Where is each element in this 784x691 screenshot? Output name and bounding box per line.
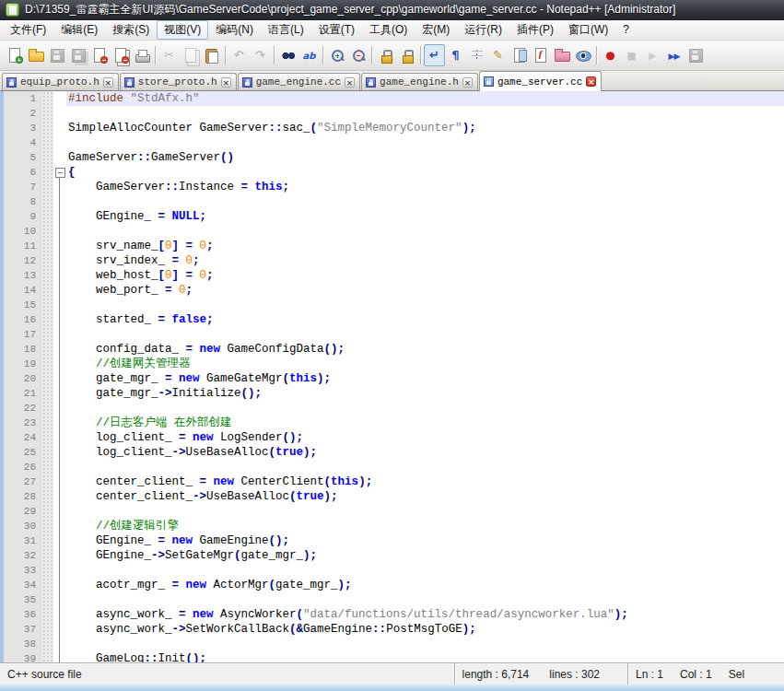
menu-item-edit[interactable]: 编辑(E) xyxy=(53,20,105,40)
code-line[interactable]: 29 xyxy=(4,504,784,519)
doc-switcher-button[interactable] xyxy=(551,44,572,66)
user-defined-language-button[interactable] xyxy=(487,44,509,66)
code-line[interactable]: 31 GEngine_ = new GameEngine(); xyxy=(4,533,784,548)
code-line[interactable]: 28 center_client_->UseBaseAlloc(true); xyxy=(4,489,784,504)
menu-item-tools[interactable]: 工具(O) xyxy=(362,20,415,40)
code-line[interactable]: 8 xyxy=(4,194,784,209)
menu-item-plugins[interactable]: 插件(P) xyxy=(509,20,561,40)
code-line[interactable]: 39 GameLog::Init(); xyxy=(4,651,784,662)
fold-margin xyxy=(53,194,66,209)
sync-vertical-button[interactable] xyxy=(375,44,396,66)
fold-collapse-marker[interactable] xyxy=(53,165,66,180)
replace-button[interactable] xyxy=(298,44,320,66)
menu-item-run[interactable]: 运行(R) xyxy=(457,20,509,40)
code-line[interactable]: 25 log_client_->UseBaseAlloc(true); xyxy=(4,445,784,460)
find-button[interactable] xyxy=(277,44,298,66)
code-line[interactable]: 7 GameServer::Instance = this; xyxy=(4,180,784,194)
tab-game_engine-h[interactable]: game_engine.h xyxy=(361,73,478,90)
word-wrap-button[interactable] xyxy=(424,44,445,66)
code-line[interactable]: 9 GEngine_ = NULL; xyxy=(4,209,784,224)
code-line[interactable]: 20 gate_mgr_ = new GameGateMgr(this); xyxy=(4,371,784,386)
save-button[interactable] xyxy=(46,44,67,66)
code-line[interactable]: 14 web_port_ = 0; xyxy=(4,283,784,298)
menu-item-window[interactable]: 窗口(W) xyxy=(561,20,615,40)
code-line[interactable]: 35 xyxy=(4,592,784,607)
print-button[interactable] xyxy=(131,44,152,66)
show-indent-guide-button[interactable] xyxy=(466,44,487,66)
code-line[interactable]: 30 //创建逻辑引擎 xyxy=(4,519,784,533)
zoom-in-button[interactable] xyxy=(326,44,347,66)
code-line[interactable]: 32 GEngine_->SetGateMgr(gate_mgr_); xyxy=(4,548,784,563)
tab-close-icon[interactable] xyxy=(462,77,473,88)
code-line[interactable]: 1#include "StdAfx.h" xyxy=(4,91,784,106)
code-editor[interactable]: 1#include "StdAfx.h"23SimpleAllocCounter… xyxy=(0,91,784,662)
code-line[interactable]: 34 acotr_mgr_ = new ActorMgr(gate_mgr_); xyxy=(4,578,784,592)
fold-margin xyxy=(53,401,66,416)
code-line[interactable]: 33 xyxy=(4,563,784,578)
macro-stop-button[interactable] xyxy=(621,44,642,66)
zoom-out-button[interactable] xyxy=(347,44,369,66)
tab-equip_proto-h[interactable]: equip_proto.h xyxy=(2,73,119,90)
code-line[interactable]: 15 xyxy=(4,298,784,312)
menu-item-help[interactable]: ? xyxy=(615,20,637,40)
code-line[interactable]: 22 xyxy=(4,401,784,416)
copy-button[interactable] xyxy=(180,44,201,66)
menu-item-language[interactable]: 语言(L) xyxy=(261,20,311,40)
menu-item-settings[interactable]: 设置(T) xyxy=(311,20,362,40)
menu-item-macro[interactable]: 宏(M) xyxy=(415,20,457,40)
line-number: 9 xyxy=(4,209,42,224)
code-line[interactable]: 13 web_host_[0] = 0; xyxy=(4,268,784,283)
code-line[interactable]: 5GameServer::GameServer() xyxy=(4,150,784,165)
macro-save-button[interactable] xyxy=(685,44,706,66)
undo-button[interactable] xyxy=(228,44,250,66)
code-line[interactable]: 16 started_ = false; xyxy=(4,312,784,327)
macro-record-button[interactable] xyxy=(600,44,621,66)
cut-button[interactable] xyxy=(158,44,180,66)
paste-button[interactable] xyxy=(201,44,222,66)
code-line[interactable]: 4 xyxy=(4,135,784,150)
sync-horizontal-button[interactable] xyxy=(396,44,417,66)
code-line[interactable]: 38 xyxy=(4,637,784,651)
tab-close-icon[interactable] xyxy=(345,77,355,88)
document-monitor-button[interactable] xyxy=(572,44,593,66)
function-list-button[interactable] xyxy=(530,44,551,66)
save-all-icon xyxy=(70,47,87,64)
code-line[interactable]: 12 srv_index_ = 0; xyxy=(4,253,784,268)
code-line[interactable]: 2 xyxy=(4,106,784,121)
code-line[interactable]: 23 //日志客户端 在外部创建 xyxy=(4,416,784,430)
redo-button[interactable] xyxy=(250,44,271,66)
code-line[interactable]: 19 //创建网关管理器 xyxy=(4,357,784,371)
close-button[interactable] xyxy=(88,44,110,66)
code-line[interactable]: 37 async_work_->SetWorkCallBack(&GameEng… xyxy=(4,622,784,637)
close-all-button[interactable] xyxy=(110,44,131,66)
code-line[interactable]: 21 gate_mgr_->Initialize(); xyxy=(4,386,784,401)
menu-item-search[interactable]: 搜索(S) xyxy=(105,20,157,40)
menu-item-view[interactable]: 视图(V) xyxy=(157,20,208,40)
tab-store_proto-h[interactable]: store_proto.h xyxy=(120,73,237,90)
menu-item-encoding[interactable]: 编码(N) xyxy=(208,20,261,40)
tab-close-icon[interactable] xyxy=(586,76,596,87)
bookmark-margin xyxy=(42,312,53,327)
tab-game_server-cc[interactable]: game_server.cc xyxy=(479,71,602,91)
code-line[interactable]: 27 center_client_ = new CenterClient(thi… xyxy=(4,474,784,489)
show-all-characters-button[interactable] xyxy=(445,44,466,66)
tab-game_engine-cc[interactable]: game_engine.cc xyxy=(238,73,360,90)
tab-close-icon[interactable] xyxy=(103,77,113,88)
tab-close-icon[interactable] xyxy=(221,77,231,88)
open-file-button[interactable] xyxy=(25,44,46,66)
code-line[interactable]: 36 async_work_ = new AsyncWorker("data/f… xyxy=(4,607,784,622)
code-line[interactable]: 17 xyxy=(4,327,784,342)
code-line[interactable]: 26 xyxy=(4,460,784,474)
code-line[interactable]: 6{ xyxy=(4,165,784,180)
save-all-button[interactable] xyxy=(67,44,88,66)
macro-run-multiple-button[interactable] xyxy=(663,44,685,66)
code-line[interactable]: 11 srv_name_[0] = 0; xyxy=(4,239,784,253)
menu-item-file[interactable]: 文件(F) xyxy=(3,20,53,40)
code-line[interactable]: 10 xyxy=(4,224,784,239)
doc-map-button[interactable] xyxy=(509,44,530,66)
new-file-button[interactable] xyxy=(4,44,25,66)
code-line[interactable]: 18 config_data_ = new GameConfigData(); xyxy=(4,342,784,357)
code-line[interactable]: 24 log_client_ = new LogSender(); xyxy=(4,430,784,445)
macro-play-button[interactable] xyxy=(642,44,663,66)
code-line[interactable]: 3SimpleAllocCounter GameServer::sac_("Si… xyxy=(4,121,784,135)
